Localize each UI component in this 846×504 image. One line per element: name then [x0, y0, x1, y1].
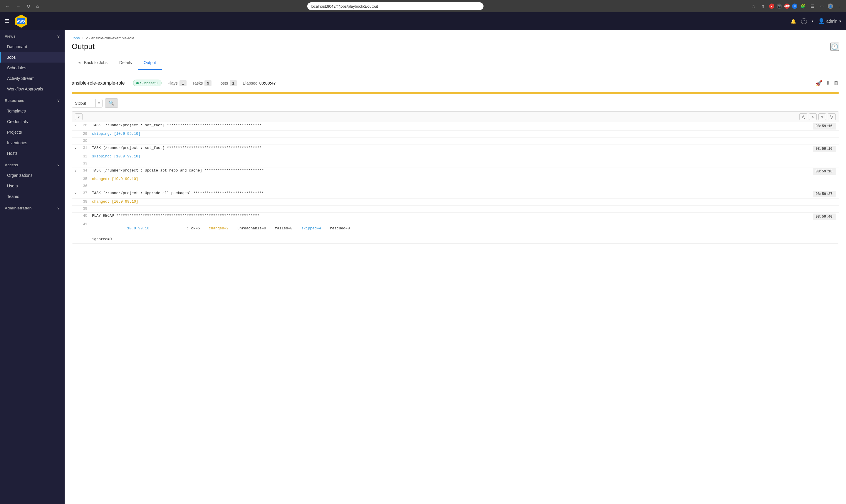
sidebar-item-projects[interactable]: Projects — [0, 127, 65, 138]
progress-bar — [72, 92, 839, 94]
log-content: skipping: [10.9.99.10] — [90, 131, 839, 137]
log-expand-button[interactable] — [72, 176, 79, 178]
sidebar-item-jobs[interactable]: Jobs — [0, 52, 65, 62]
log-expand-button[interactable] — [72, 131, 79, 133]
elapsed-label: Elapsed — [242, 81, 258, 86]
ext-camera: 📷 — [777, 3, 782, 9]
log-content — [90, 138, 839, 140]
log-expand-button[interactable] — [72, 205, 79, 208]
log-content: TASK [/runner/project : Upgrade all pack… — [90, 190, 813, 197]
sidebar-item-inventories[interactable]: Inventories — [0, 138, 65, 148]
log-expand-button[interactable]: ∨ — [72, 122, 79, 128]
sidebar-administration-chevron: ∨ — [57, 206, 60, 210]
nav-refresh-button[interactable]: ↻ — [25, 2, 32, 10]
log-expand-button[interactable] — [72, 221, 79, 223]
sidebar-item-dashboard-label: Dashboard — [7, 44, 27, 49]
log-content: PLAY RECAP *****************************… — [90, 213, 813, 219]
sidebar-item-hosts[interactable]: Hosts — [0, 148, 65, 159]
sidebar-item-users[interactable]: Users — [0, 181, 65, 191]
bookmark-icon[interactable]: ☆ — [750, 3, 757, 10]
log-expand-button[interactable]: ∨ — [72, 145, 79, 151]
sidebar-administration-header[interactable]: Administration ∨ — [0, 202, 65, 213]
log-expand-button[interactable] — [72, 236, 79, 238]
sidebar-item-teams[interactable]: Teams — [0, 191, 65, 202]
nav-home-button[interactable]: ⌂ — [34, 2, 41, 10]
job-stat-hosts: Hosts 1 — [217, 80, 237, 86]
log-row: ∨ 31 TASK [/runner/project : set_fact] *… — [72, 145, 839, 153]
log-scroll-up-button[interactable]: ∧ — [809, 113, 817, 120]
download-button[interactable]: ⬇ — [826, 80, 830, 86]
sidebar-item-users-label: Users — [7, 184, 18, 188]
ext-puzzle-icon[interactable]: 🧩 — [799, 3, 807, 10]
log-expand-button[interactable] — [72, 183, 79, 185]
breadcrumb: Jobs › 2 - ansible-role-example-role — [72, 36, 839, 40]
sidebar-item-dashboard[interactable]: Dashboard — [0, 41, 65, 52]
share-icon[interactable]: ⬆ — [760, 3, 767, 10]
history-button[interactable]: 🕐 — [830, 42, 839, 51]
nav-back-button[interactable]: ← — [3, 2, 12, 10]
log-row: ∨ 37 TASK [/runner/project : Upgrade all… — [72, 190, 839, 199]
breadcrumb-jobs-link[interactable]: Jobs — [72, 36, 79, 40]
delete-button[interactable]: 🗑 — [834, 80, 839, 86]
log-row: 36 — [72, 183, 839, 190]
log-row: 41 10.9.99.10 : ok=5 changed=2 unreachab… — [72, 221, 839, 236]
log-scroll-down-button[interactable]: ∨ — [818, 113, 826, 120]
plays-value: 1 — [179, 80, 186, 86]
tasks-label: Tasks — [193, 81, 203, 86]
log-expand-button[interactable] — [72, 213, 79, 215]
tab-details-label: Details — [119, 60, 132, 65]
browser-menu-icon[interactable]: ⋮ — [835, 3, 843, 10]
log-collapse-all-button[interactable]: ∨ — [75, 113, 83, 120]
page-title: Output — [72, 42, 95, 51]
sidebar-item-organizations[interactable]: Organizations — [0, 170, 65, 181]
nav-forward-button[interactable]: → — [14, 2, 22, 10]
ext-list-icon[interactable]: ☰ — [809, 3, 816, 10]
log-scroll-bottom-button[interactable]: ⋁ — [828, 113, 836, 120]
sidebar-item-hosts-label: Hosts — [7, 151, 18, 156]
tab-back-to-jobs[interactable]: ◄ Back to Jobs — [72, 56, 113, 70]
hamburger-button[interactable]: ☰ — [5, 18, 10, 24]
sidebar-resources-header[interactable]: Resources ∨ — [0, 94, 65, 106]
sidebar-views-header[interactable]: Views ∨ — [0, 30, 65, 41]
page-header: Jobs › 2 - ansible-role-example-role Out… — [65, 30, 846, 56]
sidebar-item-templates[interactable]: Templates — [0, 106, 65, 116]
log-expand-button[interactable] — [72, 153, 79, 156]
breadcrumb-current: 2 - ansible-role-example-role — [86, 36, 134, 40]
rocket-button[interactable]: 🚀 — [816, 80, 822, 86]
sidebar-item-projects-label: Projects — [7, 130, 22, 134]
filter-select-wrapper: Stdout Stderr ▾ — [72, 99, 103, 108]
log-expand-button[interactable]: ∨ — [72, 167, 79, 174]
notification-button[interactable]: 🔔 — [791, 18, 796, 24]
sidebar-item-workflow-approvals[interactable]: Workflow Approvals — [0, 84, 65, 94]
content-area: Jobs › 2 - ansible-role-example-role Out… — [65, 30, 846, 504]
user-menu[interactable]: 👤 admin ▾ — [818, 18, 841, 24]
filter-select[interactable]: Stdout Stderr — [72, 99, 95, 107]
browser-window-icon[interactable]: ▭ — [818, 3, 825, 10]
username-label: admin — [826, 19, 838, 23]
log-expand-button[interactable] — [72, 160, 79, 163]
log-row: 35 changed: [10.9.99.10] — [72, 176, 839, 183]
help-chevron-button[interactable]: ▾ — [812, 19, 813, 23]
tab-details[interactable]: Details — [113, 56, 138, 70]
log-expand-button[interactable] — [72, 199, 79, 201]
sidebar-item-schedules[interactable]: Schedules — [0, 62, 65, 73]
log-line-number: 29 — [79, 131, 90, 137]
sidebar-item-credentials[interactable]: Credentials — [0, 116, 65, 127]
top-nav: ☰ AWX 🔔 ? ▾ 👤 admin ▾ — [0, 12, 846, 30]
help-button[interactable]: ? — [801, 18, 807, 24]
log-expand-button[interactable]: ∨ — [72, 190, 79, 196]
filter-search-button[interactable]: 🔍 — [105, 98, 118, 108]
sidebar-item-jobs-label: Jobs — [7, 55, 16, 60]
url-bar[interactable]: localhost:8043/#/jobs/playbook/2/output — [307, 2, 484, 10]
log-timestamp: 08:59:27 — [813, 191, 836, 197]
sidebar-access-header[interactable]: Access ∨ — [0, 159, 65, 170]
log-scroll-top-button[interactable]: ⋀ — [799, 113, 807, 120]
recap-rescued: rescued=0 — [321, 227, 350, 231]
log-expand-button[interactable] — [72, 138, 79, 140]
log-row: 39 — [72, 205, 839, 213]
tab-output[interactable]: Output — [138, 56, 162, 70]
ext-abp: ABP — [784, 3, 790, 9]
sidebar-item-activity-stream[interactable]: Activity Stream — [0, 73, 65, 84]
log-content: ignored=0 — [90, 236, 839, 242]
hosts-value: 1 — [230, 80, 237, 86]
